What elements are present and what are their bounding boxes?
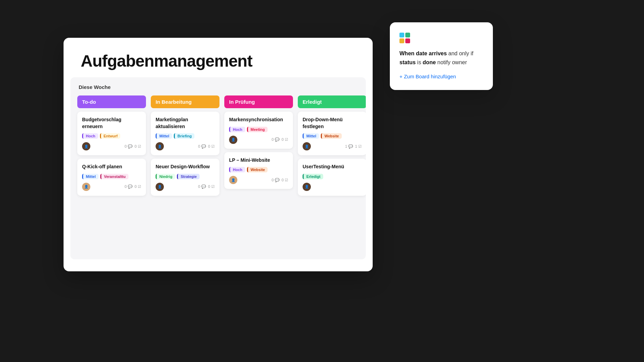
card-kickoff[interactable]: Q-Kick-off planen Mittel Veranstalttu 👤 … xyxy=(77,159,146,196)
card-tags: Hoch Website xyxy=(229,167,288,172)
avatar: 👤 xyxy=(82,183,90,191)
automation-tooltip: When date arrives and only if status is … xyxy=(390,22,493,90)
task-count: 0 ☑ xyxy=(135,144,141,149)
board-container: Diese Woche To-do Budgetvorschlag erneue… xyxy=(70,77,366,259)
tooltip-description: When date arrives and only if status is … xyxy=(399,49,483,67)
task-count: 0 ☑ xyxy=(208,184,215,189)
tag-hoch: Hoch xyxy=(229,127,245,132)
tag-mittel: Mittel xyxy=(82,174,99,179)
card-footer: 👤 0 💬 0 ☑ xyxy=(156,142,215,150)
card-stats: 0 💬 0 ☑ xyxy=(198,144,215,149)
card-tags: Erledigt xyxy=(303,174,362,179)
card-tags: Niedrig Strategie xyxy=(156,174,215,179)
task-count: 0 ☑ xyxy=(135,184,141,189)
card-footer: 👤 1 💬 1 ☑ xyxy=(303,142,362,150)
card-tags: Mittel Briefing xyxy=(156,133,215,139)
column-header-inbearbeitung: In Bearbeitung xyxy=(151,95,219,108)
week-label: Diese Woche xyxy=(77,84,359,90)
add-to-board-link[interactable]: + Zum Board hinzufügen xyxy=(399,73,456,79)
column-header-todo: To-do xyxy=(77,95,146,108)
tag-briefing: Briefing xyxy=(174,133,195,139)
tag-erledigt: Erledigt xyxy=(303,174,323,179)
tag-hoch: Hoch xyxy=(229,167,245,172)
card-footer: 👤 0 💬 0 ☑ xyxy=(229,176,288,184)
card-stats: 0 💬 0 ☑ xyxy=(272,137,288,142)
task-count: 1 ☑ xyxy=(355,144,362,149)
tag-strategie: Strategie xyxy=(177,174,200,179)
avatar: 👤 xyxy=(156,183,164,191)
card-title: Q-Kick-off planen xyxy=(82,163,141,170)
avatar: 👤 xyxy=(303,183,311,191)
comment-count: 0 💬 xyxy=(272,178,280,182)
card-footer: 👤 xyxy=(303,183,362,191)
card-tags: Mittel Veranstalttu xyxy=(82,174,141,179)
avatar: 👤 xyxy=(156,142,164,150)
column-header-inpruefung: In Prüfung xyxy=(224,95,293,108)
tag-website: Website xyxy=(321,133,342,139)
task-count: 0 ☑ xyxy=(282,137,288,142)
card-stats: 0 💬 0 ☑ xyxy=(272,178,288,182)
card-title: Neuer Design-Workflow xyxy=(156,163,215,170)
card-stats: 1 💬 1 ☑ xyxy=(345,144,362,149)
card-markensynchronisation[interactable]: Markensynchronisation Hoch Meeting 👤 0 💬… xyxy=(224,112,293,149)
avatar: 👤 xyxy=(82,142,90,150)
column-inpruefung: In Prüfung Markensynchronisation Hoch Me… xyxy=(224,95,293,192)
page-title: Aufgabenmanagement xyxy=(81,52,355,70)
card-tags: Hoch Meeting xyxy=(229,127,288,132)
comment-count: 0 💬 xyxy=(198,184,206,189)
tag-hoch: Hoch xyxy=(82,133,98,139)
card-design-workflow[interactable]: Neuer Design-Workflow Niedrig Strategie … xyxy=(151,159,219,196)
card-tags: Mittel Website xyxy=(303,133,362,139)
card-stats: 0 💬 0 ☑ xyxy=(125,144,141,149)
card-footer: 👤 0 💬 0 ☑ xyxy=(82,142,141,150)
task-count: 0 ☑ xyxy=(282,178,288,182)
comment-count: 0 💬 xyxy=(198,144,206,149)
tag-entwurf: Entwurf xyxy=(100,133,121,139)
comment-count: 0 💬 xyxy=(125,144,133,149)
card-stats: 0 💬 0 ☑ xyxy=(125,184,141,189)
tag-mittel: Mittel xyxy=(303,133,319,139)
tag-veranstaltung: Veranstalttu xyxy=(100,174,128,179)
slack-logo xyxy=(399,33,483,44)
tag-website: Website xyxy=(247,167,268,172)
card-title: Markensynchronisation xyxy=(229,116,288,123)
column-todo: To-do Budgetvorschlag erneuern Hoch Entw… xyxy=(77,95,146,199)
card-dropdown-menu[interactable]: Drop-Down-Menü festlegen Mittel Website … xyxy=(298,112,366,155)
card-footer: 👤 0 💬 0 ☑ xyxy=(156,183,215,191)
card-footer: 👤 0 💬 0 ☑ xyxy=(82,183,141,191)
card-title: Drop-Down-Menü festlegen xyxy=(303,116,362,130)
tag-niedrig: Niedrig xyxy=(156,174,175,179)
card-budgetvorschlag[interactable]: Budgetvorschlag erneuern Hoch Entwurf 👤 … xyxy=(77,112,146,155)
card-marketingplan[interactable]: Marketingplan aktualisieren Mittel Brief… xyxy=(151,112,219,155)
card-title: Budgetvorschlag erneuern xyxy=(82,116,141,130)
task-count: 0 ☑ xyxy=(208,144,215,149)
main-board-card: Aufgabenmanagement Diese Woche To-do Bud… xyxy=(64,38,373,271)
card-tags: Hoch Entwurf xyxy=(82,133,141,139)
tag-meeting: Meeting xyxy=(247,127,268,132)
avatar: 👤 xyxy=(229,136,237,144)
avatar: 👤 xyxy=(229,176,237,184)
card-title: LP – Mini-Website xyxy=(229,157,288,164)
card-title: Marketingplan aktualisieren xyxy=(156,116,215,130)
comment-count: 0 💬 xyxy=(125,184,133,189)
card-footer: 👤 0 💬 0 ☑ xyxy=(229,136,288,144)
column-header-erledigt: Erledigt xyxy=(298,95,366,108)
card-lp-mini-website[interactable]: LP – Mini-Website Hoch Website 👤 0 💬 0 ☑ xyxy=(224,152,293,189)
card-usertesting-menu[interactable]: UserTesting-Menü Erledigt 👤 xyxy=(298,159,366,196)
columns-wrapper: To-do Budgetvorschlag erneuern Hoch Entw… xyxy=(77,95,359,199)
column-inbearbeitung: In Bearbeitung Marketingplan aktualisier… xyxy=(151,95,219,199)
tag-mittel: Mittel xyxy=(156,133,172,139)
column-erledigt: Erledigt Drop-Down-Menü festlegen Mittel… xyxy=(298,95,366,199)
card-stats: 0 💬 0 ☑ xyxy=(198,184,215,189)
comment-count: 0 💬 xyxy=(272,137,280,142)
card-title: UserTesting-Menü xyxy=(303,163,362,170)
avatar: 👤 xyxy=(303,142,311,150)
comment-count: 1 💬 xyxy=(345,144,353,149)
